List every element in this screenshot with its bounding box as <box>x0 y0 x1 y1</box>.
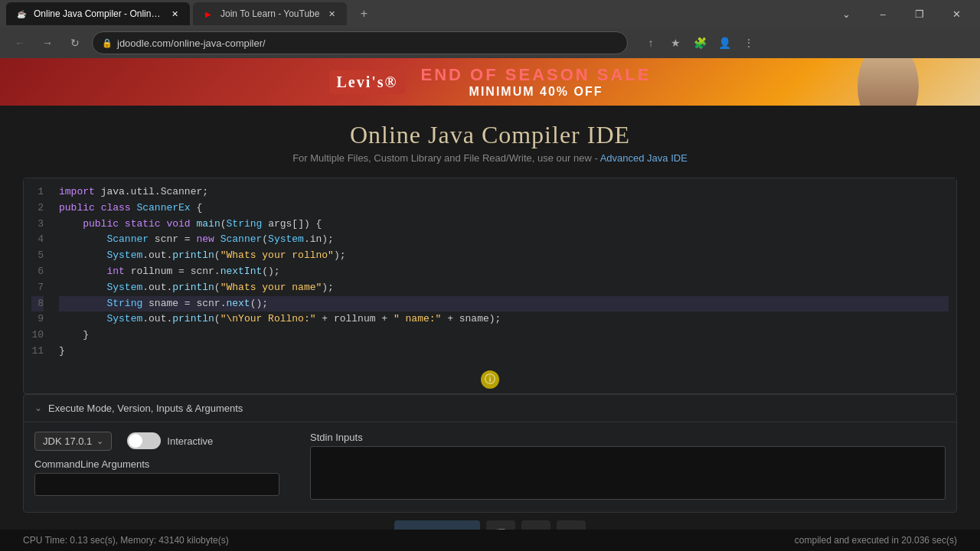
tab-youtube[interactable]: ▶ Join To Learn - YouTube ✕ <box>193 2 347 25</box>
cmd-args-label: CommandLine Arguments <box>34 458 295 470</box>
subtitle-text: For Multiple Files, Custom Library and F… <box>292 152 598 164</box>
execute-panel-body: JDK 17.0.1 ⌄ Interactive CommandLine Arg… <box>24 422 956 512</box>
minimize-button[interactable]: – <box>865 0 900 28</box>
panel-chevron-icon: ⌄ <box>34 403 42 413</box>
levis-logo: Levi's® <box>329 70 406 94</box>
toolbar-actions: ↑ ★ 🧩 👤 ⋮ <box>640 32 760 54</box>
ad-line1: END OF SEASON SALE <box>421 65 652 85</box>
advanced-ide-link[interactable]: Advanced Java IDE <box>600 152 688 164</box>
browser-frame: ☕ Online Java Compiler - Online Ja ✕ ▶ J… <box>0 0 980 58</box>
page-header: Online Java Compiler IDE For Multiple Fi… <box>0 106 980 170</box>
interactive-toggle: Interactive <box>127 432 213 449</box>
panel-header-title: Execute Mode, Version, Inputs & Argument… <box>48 403 243 414</box>
tab-search-button[interactable]: ⌄ <box>828 0 864 28</box>
url-text: jdoodle.com/online-java-compiler/ <box>117 37 618 49</box>
line-numbers: 1 2 3 4 5 6 7 8 9 10 11 <box>24 178 51 366</box>
lock-icon: 🔒 <box>102 38 113 48</box>
code-editor-container: 1 2 3 4 5 6 7 8 9 10 11 import java.util… <box>23 178 957 394</box>
code-line-10: } <box>59 328 949 344</box>
code-line-2: public class ScannerEx { <box>59 201 949 217</box>
extensions-button[interactable]: 🧩 <box>689 32 710 54</box>
back-button[interactable]: ← <box>9 32 31 54</box>
status-bar: CPU Time: 0.13 sec(s), Memory: 43140 kil… <box>0 530 980 551</box>
ad-line2: MINIMUM 40% OFF <box>421 85 652 99</box>
stdin-label: Stdin Inputs <box>310 432 946 443</box>
line-num-6: 6 <box>31 264 44 280</box>
code-area[interactable]: import java.util.Scanner; public class S… <box>51 178 956 366</box>
page-content: Levi's® END OF SEASON SALE MINIMUM 40% O… <box>0 58 980 551</box>
window-controls: ⌄ – ❐ ✕ <box>828 0 974 28</box>
tab-title-java: Online Java Compiler - Online Ja <box>34 8 162 19</box>
forward-button[interactable]: → <box>37 32 58 54</box>
exec-time-text: compiled and executed in 20.036 sec(s) <box>795 535 957 546</box>
stdin-section: Stdin Inputs <box>310 432 946 503</box>
execute-top-row: JDK 17.0.1 ⌄ Interactive <box>34 432 295 451</box>
code-line-1: import java.util.Scanner; <box>59 184 949 201</box>
line-num-7: 7 <box>31 280 44 296</box>
profile-button[interactable]: 👤 <box>714 32 735 54</box>
line-num-5: 5 <box>31 248 44 264</box>
maximize-button[interactable]: ❐ <box>902 0 937 28</box>
new-tab-button[interactable]: + <box>353 3 374 24</box>
cpu-time-text: CPU Time: 0.13 sec(s), Memory: 43140 kil… <box>23 535 229 546</box>
jdk-version-select[interactable]: JDK 17.0.1 ⌄ <box>34 432 112 451</box>
tab-favicon-youtube: ▶ <box>202 8 214 20</box>
line-num-3: 3 <box>31 217 44 233</box>
execute-panel-header[interactable]: ⌄ Execute Mode, Version, Inputs & Argume… <box>24 395 956 422</box>
share-button[interactable]: ↑ <box>640 32 662 54</box>
line-num-10: 10 <box>31 328 44 344</box>
toggle-knob <box>129 434 142 448</box>
interactive-label: Interactive <box>167 435 213 447</box>
tab-close-java[interactable]: ✕ <box>168 8 181 20</box>
tab-favicon-java: ☕ <box>15 8 28 20</box>
bookmark-button[interactable]: ★ <box>665 32 686 54</box>
code-editor[interactable]: 1 2 3 4 5 6 7 8 9 10 11 import java.util… <box>24 178 956 366</box>
drag-handle[interactable]: ⓘ <box>24 366 956 393</box>
ad-text: END OF SEASON SALE MINIMUM 40% OFF <box>421 65 652 99</box>
ad-banner: Levi's® END OF SEASON SALE MINIMUM 40% O… <box>0 58 980 106</box>
page-subtitle: For Multiple Files, Custom Library and F… <box>0 152 980 164</box>
line-num-2: 2 <box>31 201 44 217</box>
execute-left: JDK 17.0.1 ⌄ Interactive CommandLine Arg… <box>34 432 295 496</box>
code-line-7: System.out.println("Whats your name"); <box>59 280 949 296</box>
browser-toolbar: ← → ↻ 🔒 jdoodle.com/online-java-compiler… <box>0 28 980 58</box>
code-line-6: int rollnum = scnr.nextInt(); <box>59 264 949 280</box>
line-num-9: 9 <box>31 311 44 328</box>
code-line-5: System.out.println("Whats your rollno"); <box>59 248 949 264</box>
code-line-9: System.out.println("\nYour Rollno:" + ro… <box>59 311 949 328</box>
line-num-1: 1 <box>31 184 44 201</box>
cmd-args-section: CommandLine Arguments <box>34 458 295 496</box>
cmd-args-input[interactable] <box>34 473 279 496</box>
code-line-11: } <box>59 344 949 360</box>
jdk-chevron-icon: ⌄ <box>96 436 103 446</box>
drag-handle-icon: ⓘ <box>481 370 499 389</box>
jdk-version-label: JDK 17.0.1 <box>43 435 92 447</box>
menu-button[interactable]: ⋮ <box>738 32 760 54</box>
browser-titlebar: ☕ Online Java Compiler - Online Ja ✕ ▶ J… <box>0 0 980 28</box>
code-line-8: String sname = scnr.next(); <box>59 296 949 312</box>
line-num-4: 4 <box>31 232 44 248</box>
refresh-button[interactable]: ↻ <box>64 32 86 54</box>
stdin-textarea[interactable] <box>310 446 946 500</box>
tab-java-compiler[interactable]: ☕ Online Java Compiler - Online Ja ✕ <box>6 2 190 25</box>
interactive-switch[interactable] <box>127 432 161 449</box>
ad-banner-inner: Levi's® END OF SEASON SALE MINIMUM 40% O… <box>329 65 652 99</box>
tab-close-youtube[interactable]: ✕ <box>325 8 338 20</box>
code-line-4: Scanner scnr = new Scanner(System.in); <box>59 232 949 248</box>
line-num-11: 11 <box>31 344 44 360</box>
address-bar[interactable]: 🔒 jdoodle.com/online-java-compiler/ <box>92 31 628 54</box>
execute-row: JDK 17.0.1 ⌄ Interactive CommandLine Arg… <box>34 432 946 503</box>
ad-model-image <box>858 58 919 106</box>
execute-panel: ⌄ Execute Mode, Version, Inputs & Argume… <box>23 394 957 513</box>
page-title: Online Java Compiler IDE <box>0 121 980 149</box>
close-button[interactable]: ✕ <box>939 0 974 28</box>
code-line-3: public static void main(String args[]) { <box>59 217 949 233</box>
line-num-8: 8 <box>31 296 44 312</box>
tab-title-youtube: Join To Learn - YouTube <box>220 8 319 19</box>
